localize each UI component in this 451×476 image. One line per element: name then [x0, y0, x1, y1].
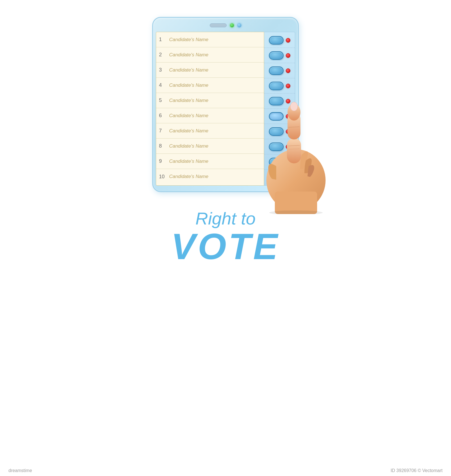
vote-indicator-dot [286, 38, 290, 43]
green-led-icon [230, 23, 234, 27]
ballot-row: 9Candidate's Name [156, 154, 264, 169]
ballot-row: 6Candidate's Name [156, 108, 264, 123]
vote-button[interactable] [269, 51, 284, 60]
ballot-row: 5Candidate's Name [156, 93, 264, 108]
candidate-name: Candidate's Name [169, 143, 208, 149]
ballot-row: 2Candidate's Name [156, 47, 264, 63]
ballot-row: 3Candidate's Name [156, 63, 264, 78]
ballot-row: 10Candidate's Name [156, 169, 264, 184]
evm-slot [210, 23, 227, 27]
candidate-name: Candidate's Name [169, 174, 208, 179]
ballot-row: 7Candidate's Name [156, 123, 264, 139]
hand-icon [248, 73, 344, 214]
vote-indicator-dot [286, 53, 290, 58]
candidate-number: 8 [159, 143, 169, 149]
candidate-number: 5 [159, 97, 169, 103]
candidate-name: Candidate's Name [169, 159, 208, 164]
candidate-name: Candidate's Name [169, 67, 208, 73]
candidate-name: Candidate's Name [169, 37, 208, 43]
candidate-number: 7 [159, 128, 169, 134]
svg-point-5 [290, 102, 298, 111]
candidate-number: 10 [159, 174, 169, 180]
bottom-text: Right to VOTE [171, 209, 280, 265]
candidate-name: Candidate's Name [169, 98, 208, 103]
candidate-name: Candidate's Name [169, 52, 208, 58]
candidate-number: 3 [159, 67, 169, 73]
vote-indicator-dot [286, 68, 290, 73]
button-row [264, 33, 295, 48]
candidate-name: Candidate's Name [169, 113, 208, 119]
main-container: 1Candidate's Name2Candidate's Name3Candi… [0, 11, 451, 265]
evm-top [156, 23, 295, 27]
candidate-number: 4 [159, 82, 169, 88]
vote-button[interactable] [269, 36, 284, 45]
vote-text: VOTE [171, 228, 280, 265]
hand-container [248, 73, 344, 214]
evm-wrapper: 1Candidate's Name2Candidate's Name3Candi… [152, 17, 299, 192]
blue-led-icon [237, 23, 241, 27]
candidate-number: 9 [159, 158, 169, 164]
candidate-number: 6 [159, 113, 169, 119]
id-watermark: ID 39269706 © Vectomart [391, 468, 443, 473]
ballot-row: 1Candidate's Name [156, 32, 264, 47]
candidate-name: Candidate's Name [169, 83, 208, 88]
svg-rect-2 [287, 138, 301, 163]
ballot-row: 8Candidate's Name [156, 139, 264, 154]
ballot-row: 4Candidate's Name [156, 78, 264, 93]
button-row [264, 48, 295, 63]
right-to-text: Right to [195, 209, 256, 228]
dreamstime-watermark: dreamstime [8, 468, 32, 473]
candidate-number: 1 [159, 37, 169, 43]
candidate-name: Candidate's Name [169, 128, 208, 134]
candidate-number: 2 [159, 52, 169, 58]
